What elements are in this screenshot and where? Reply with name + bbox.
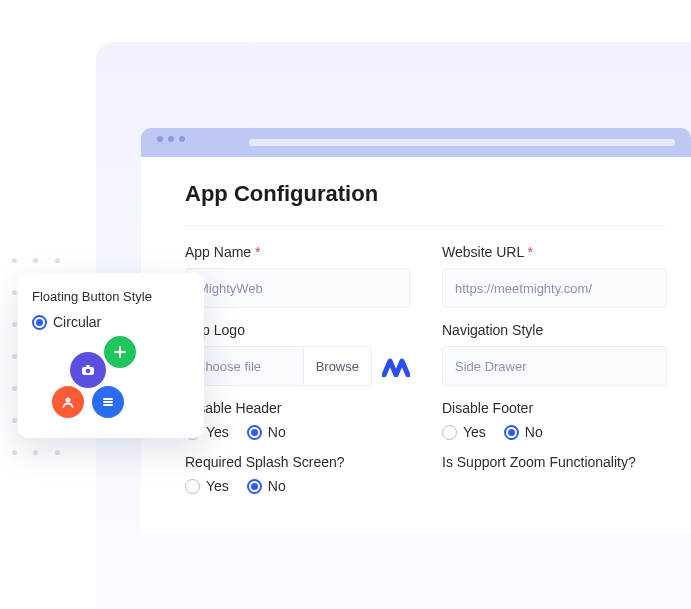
divider [185, 225, 667, 226]
app-logo-label: App Logo [185, 322, 410, 338]
floating-button-preview [52, 336, 144, 420]
field-zoom-functionality: Is Support Zoom Functionality? [442, 454, 667, 494]
app-logo-file-input[interactable]: Choose file Browse [185, 346, 372, 386]
page-title: App Configuration [185, 181, 667, 207]
website-url-input[interactable] [442, 268, 667, 308]
field-disable-header: Disable Header Yes No [185, 400, 410, 440]
navigation-style-label: Navigation Style [442, 322, 667, 338]
field-app-logo: App Logo Choose file Browse [185, 322, 410, 386]
svg-point-1 [86, 369, 91, 374]
window-dot-icon [179, 136, 185, 142]
app-name-input[interactable] [185, 268, 410, 308]
navigation-style-select[interactable]: Side Drawer [442, 346, 667, 386]
zoom-functionality-label: Is Support Zoom Functionality? [442, 454, 667, 470]
disable-footer-yes[interactable]: Yes [442, 424, 486, 440]
app-configuration-panel: App Configuration App Name * Website URL… [141, 157, 691, 534]
camera-icon [70, 352, 106, 388]
field-app-name: App Name * [185, 244, 410, 308]
field-navigation-style: Navigation Style Side Drawer [442, 322, 667, 386]
app-name-label: App Name * [185, 244, 410, 260]
splash-screen-label: Required Splash Screen? [185, 454, 410, 470]
svg-rect-2 [86, 365, 90, 368]
floating-style-circular[interactable]: Circular [32, 314, 190, 330]
disable-header-label: Disable Header [185, 400, 410, 416]
field-splash-screen: Required Splash Screen? Yes No [185, 454, 410, 494]
plus-icon [104, 336, 136, 368]
svg-point-3 [66, 398, 71, 403]
disable-header-no[interactable]: No [247, 424, 286, 440]
website-url-label: Website URL * [442, 244, 667, 260]
field-website-url: Website URL * [442, 244, 667, 308]
splash-screen-yes[interactable]: Yes [185, 478, 229, 494]
floating-card-title: Floating Button Style [32, 289, 190, 304]
window-dot-icon [168, 136, 174, 142]
disable-footer-label: Disable Footer [442, 400, 667, 416]
disable-footer-no[interactable]: No [504, 424, 543, 440]
window-dot-icon [157, 136, 163, 142]
app-logo-preview-icon [382, 355, 410, 377]
address-bar [249, 139, 675, 146]
floating-button-style-card: Floating Button Style Circular [18, 273, 204, 438]
user-icon [52, 386, 84, 418]
field-disable-footer: Disable Footer Yes No [442, 400, 667, 440]
splash-screen-no[interactable]: No [247, 478, 286, 494]
menu-icon [92, 386, 124, 418]
browse-button[interactable]: Browse [303, 347, 371, 385]
